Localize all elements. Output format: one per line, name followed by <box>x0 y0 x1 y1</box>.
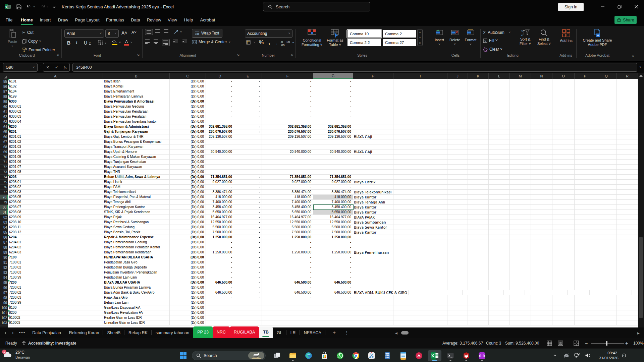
cell-H58[interactable] <box>353 94 393 99</box>
cell-J83[interactable] <box>447 220 468 225</box>
cell-D82[interactable]: 16.464.977,00 <box>206 215 234 220</box>
cell-F56[interactable]: - <box>262 84 313 89</box>
cell-I94[interactable] <box>393 275 447 280</box>
cell-K67[interactable] <box>468 139 489 144</box>
cell-K55[interactable] <box>468 79 489 84</box>
cell-J103[interactable] <box>447 320 468 325</box>
cell-R99[interactable] <box>617 300 638 305</box>
cell-M57[interactable] <box>510 89 531 94</box>
cell-E98[interactable]: - <box>234 295 262 300</box>
cell-M77[interactable] <box>510 190 531 195</box>
cell-C81[interactable]: (Dr) 0,00 <box>170 210 206 215</box>
cell-L59[interactable] <box>489 99 510 104</box>
cell-D91[interactable]: - <box>206 260 234 265</box>
cell-B61[interactable]: Biaya Penyusutan Kendaraan <box>103 109 170 114</box>
cell-C94[interactable]: (Dr) 0,00 <box>170 275 206 280</box>
cell-I56[interactable] <box>393 84 447 89</box>
cell-E68[interactable]: - <box>234 144 262 149</box>
cell-I95[interactable] <box>393 280 447 285</box>
cell-H56[interactable] <box>353 84 393 89</box>
cell-L60[interactable] <box>489 104 510 109</box>
cell-A71[interactable]: 6201.06 <box>8 160 103 165</box>
cell-H78[interactable]: Biaya Kantor <box>353 195 393 200</box>
cell-C55[interactable]: (Dr) 0,00 <box>170 79 206 84</box>
cell-F61[interactable]: - <box>262 109 313 114</box>
cell-Q73[interactable] <box>596 170 617 175</box>
cell-R85[interactable] <box>617 230 638 235</box>
cell-J58[interactable] <box>447 94 468 99</box>
cell-L62[interactable] <box>489 114 510 119</box>
cell-F80[interactable]: 3.458.400,00 <box>262 205 313 210</box>
cell-I77[interactable] <box>393 190 447 195</box>
cell-D56[interactable]: - <box>206 84 234 89</box>
cell-Q69[interactable] <box>596 149 617 155</box>
column-header-N[interactable]: N <box>531 73 552 79</box>
cell-P103[interactable] <box>575 320 596 325</box>
cell-R93[interactable] <box>617 270 638 275</box>
cell-Q67[interactable] <box>596 139 617 144</box>
cell-L93[interactable] <box>489 270 510 275</box>
cell-C80[interactable]: (Dr) 0,00 <box>170 205 206 210</box>
cell-J79[interactable] <box>447 200 468 205</box>
fill-button[interactable]: Fill ˅ <box>483 38 498 43</box>
cell-I83[interactable] <box>393 220 447 225</box>
row-header-73[interactable]: 73 <box>0 170 8 175</box>
cell-D64[interactable]: 302.681.358,00 <box>206 124 234 129</box>
fill-color-button[interactable]: ˅ <box>112 40 121 45</box>
cell-N95[interactable] <box>531 280 552 285</box>
cell-D58[interactable]: - <box>206 94 234 99</box>
ribbon-tab-insert[interactable]: Insert <box>38 13 53 26</box>
cell-I64[interactable] <box>393 124 447 129</box>
select-all-corner[interactable] <box>0 73 8 79</box>
cell-P70[interactable] <box>575 155 596 160</box>
new-sheet-button[interactable]: + <box>333 330 336 336</box>
collapse-ribbon-button[interactable]: ˅ <box>632 54 634 58</box>
cell-K56[interactable] <box>468 84 489 89</box>
cell-O95[interactable] <box>552 280 575 285</box>
cell-D87[interactable]: - <box>206 240 234 245</box>
cell-O57[interactable] <box>552 89 575 94</box>
cell-F97[interactable]: 646.500,00 <box>262 290 313 295</box>
cell-H85[interactable]: Biaya Kantor <box>353 230 393 235</box>
cell-O70[interactable] <box>552 155 575 160</box>
row-header-69[interactable]: 69 <box>0 149 8 155</box>
cell-G60[interactable]: - <box>313 104 353 109</box>
cell-C88[interactable]: (Dr) 0,00 <box>170 245 206 250</box>
cell-M55[interactable] <box>510 79 531 84</box>
taskbar-icon-notepad[interactable] <box>396 350 410 361</box>
row-header-81[interactable]: 81 <box>0 210 8 215</box>
cell-M90[interactable] <box>510 255 531 260</box>
cell-H75[interactable]: Biaya Listrik <box>353 180 393 185</box>
cell-A84[interactable]: 6203.11 <box>8 225 103 230</box>
cell-P56[interactable] <box>575 84 596 89</box>
cell-H67[interactable] <box>353 139 393 144</box>
row-header-87[interactable]: 87 <box>0 240 8 245</box>
cell-C93[interactable]: (Dr) 0,00 <box>170 270 206 275</box>
cell-D61[interactable]: - <box>206 109 234 114</box>
cell-L96[interactable] <box>489 285 510 290</box>
align-bottom-button[interactable] <box>164 29 168 33</box>
cell-L68[interactable] <box>489 144 510 149</box>
row-header-84[interactable]: 84 <box>0 225 8 230</box>
cell-M65[interactable] <box>510 129 531 134</box>
cell-M99[interactable] <box>510 300 531 305</box>
cell-H93[interactable] <box>353 270 393 275</box>
cell-F94[interactable]: - <box>262 275 313 280</box>
cell-H103[interactable] <box>353 320 393 325</box>
cell-R101[interactable] <box>617 310 638 315</box>
cell-F70[interactable]: - <box>262 155 313 160</box>
cell-I71[interactable] <box>393 160 447 165</box>
sheet-tab-sheet5[interactable]: Sheet5 <box>103 327 124 338</box>
cell-I76[interactable] <box>393 185 447 190</box>
cell-P89[interactable] <box>575 250 596 255</box>
cell-J76[interactable] <box>447 185 468 190</box>
cell-K92[interactable] <box>468 265 489 270</box>
cell-M97[interactable] <box>525 290 546 295</box>
cell-D88[interactable]: - <box>206 245 234 250</box>
cell-N55[interactable] <box>531 79 552 84</box>
percent-style-button[interactable]: % <box>259 40 264 46</box>
cell-L61[interactable] <box>489 109 510 114</box>
cell-K79[interactable] <box>468 200 489 205</box>
grow-font-button[interactable]: A˄ <box>121 30 127 36</box>
decrease-indent-button[interactable] <box>173 40 178 44</box>
